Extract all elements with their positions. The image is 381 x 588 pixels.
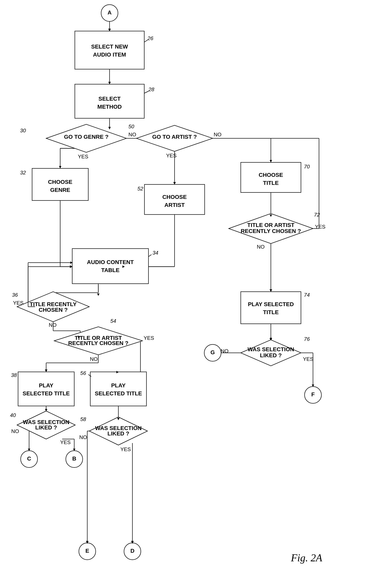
ref-26: 26 xyxy=(147,35,153,41)
text-title-recently-1: TITLE RECENTLY xyxy=(30,301,77,307)
svg-marker-9 xyxy=(59,166,61,168)
text-select-method-2: METHOD xyxy=(97,104,122,110)
text-choose-genre-1: CHOOSE xyxy=(48,179,72,185)
text-choose-genre-2: GENRE xyxy=(50,187,70,193)
label-yes-title: YES xyxy=(13,300,23,306)
ref-72: 72 xyxy=(314,212,320,218)
svg-marker-83 xyxy=(97,294,99,296)
box-play-selected-1 xyxy=(18,372,74,406)
text-choose-artist-2: ARTIST xyxy=(164,202,185,208)
text-play-1-2: SELECTED TITLE xyxy=(23,390,70,397)
ref-32: 32 xyxy=(20,169,26,176)
svg-line-73 xyxy=(144,40,147,42)
text-select-new-audio-2: AUDIO ITEM xyxy=(93,52,126,58)
label-C: C xyxy=(27,456,31,462)
label-D: D xyxy=(130,548,134,554)
text-ta2a: TITLE OR ARTIST xyxy=(247,222,294,228)
text-play-3-1: PLAY SELECTED xyxy=(248,301,294,307)
text-liked-3b: LIKED ? xyxy=(260,352,282,358)
text-ta2b: RECENTLY CHOSEN ? xyxy=(241,228,301,234)
text-liked-3a: WAS SELECTION xyxy=(247,346,294,353)
label-yes-liked2: YES xyxy=(120,446,131,452)
label-no-liked1: NO xyxy=(11,428,19,434)
svg-marker-79 xyxy=(108,127,111,129)
text-liked-1b: LIKED ? xyxy=(35,424,57,431)
label-no-artist: NO xyxy=(214,131,222,138)
ref-28: 28 xyxy=(148,86,154,92)
ref-38: 38 xyxy=(11,372,17,378)
text-choose-artist-1: CHOOSE xyxy=(162,194,187,200)
text-play-1-1: PLAY xyxy=(39,382,53,389)
ref-76: 76 xyxy=(304,336,310,342)
text-play-2-1: PLAY xyxy=(111,382,126,389)
label-no-ta2: NO xyxy=(257,244,265,250)
box-play-selected-3 xyxy=(241,292,301,324)
ref-30: 30 xyxy=(20,127,26,133)
figure-label: Fig. 2A xyxy=(291,552,322,564)
svg-line-74 xyxy=(144,91,148,93)
label-no-title: NO xyxy=(49,322,57,328)
label-G: G xyxy=(210,349,215,356)
ref-70: 70 xyxy=(304,164,310,169)
label-yes-artist: YES xyxy=(166,153,177,159)
label-yes-liked1: YES xyxy=(60,439,71,445)
ref-54: 54 xyxy=(110,318,116,324)
ref-36: 36 xyxy=(12,292,18,298)
ref-40: 40 xyxy=(10,412,16,418)
label-yes-ta2: YES xyxy=(315,224,325,230)
text-select-new-audio-1: SELECT NEW xyxy=(91,43,128,50)
label-no-liked3: NO xyxy=(221,348,228,354)
ref-50: 50 xyxy=(128,124,134,129)
label-B: B xyxy=(72,456,76,462)
ref-34: 34 xyxy=(153,250,158,256)
text-play-3-2: TITLE xyxy=(263,309,279,315)
label-no-genre: NO xyxy=(128,131,136,138)
ref-56: 56 xyxy=(80,370,86,376)
label-yes-ta1: YES xyxy=(144,335,154,341)
text-liked-2b: LIKED ? xyxy=(108,430,129,437)
ref-58: 58 xyxy=(80,416,86,422)
svg-line-75 xyxy=(148,255,152,257)
text-audio-content-1: AUDIO CONTENT xyxy=(87,259,134,265)
label-no-liked2: NO xyxy=(79,434,87,440)
svg-marker-86 xyxy=(45,409,47,411)
label-yes-liked3: YES xyxy=(303,356,314,362)
svg-marker-78 xyxy=(108,82,111,84)
label-yes-genre: YES xyxy=(78,154,88,160)
box-select-new-audio xyxy=(75,31,144,69)
label-E: E xyxy=(86,548,89,554)
label-A: A xyxy=(108,9,112,16)
box-play-selected-2 xyxy=(90,372,146,406)
ref-52: 52 xyxy=(137,186,143,192)
text-go-to-artist: GO TO ARTIST ? xyxy=(152,134,197,140)
text-go-to-genre: GO TO GENRE ? xyxy=(64,134,109,140)
text-select-method-1: SELECT xyxy=(98,96,121,102)
svg-marker-17 xyxy=(270,160,272,162)
svg-marker-81 xyxy=(173,182,176,185)
text-choose-title-1: CHOOSE xyxy=(259,172,283,178)
text-play-2-2: SELECTED TITLE xyxy=(95,390,142,397)
text-title-recently-2: CHOSEN ? xyxy=(39,307,68,313)
text-title-artist-1b: RECENTLY CHOSEN ? xyxy=(68,340,128,346)
text-audio-content-2: TABLE xyxy=(101,267,119,273)
box-audio-content xyxy=(72,249,148,284)
ref-74: 74 xyxy=(304,292,310,298)
label-F: F xyxy=(311,391,314,398)
label-no-ta1: NO xyxy=(90,356,98,362)
text-choose-title-2: TITLE xyxy=(263,180,279,186)
